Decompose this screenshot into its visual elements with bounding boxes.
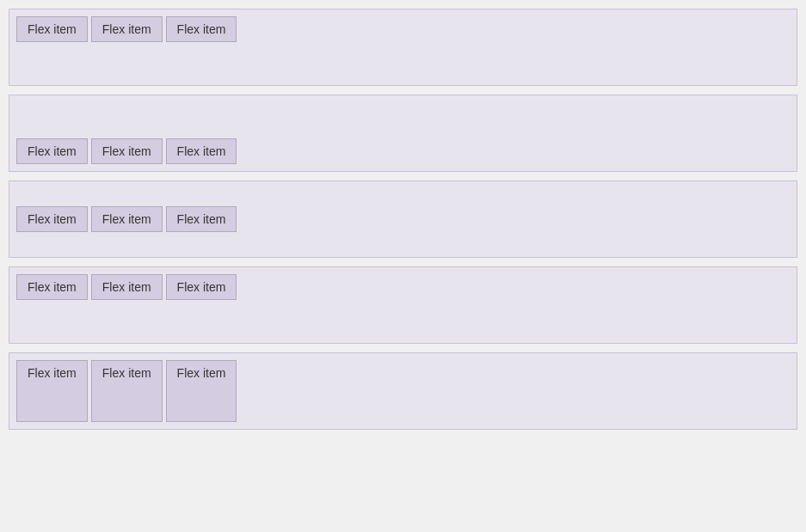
flex-demo-4: Flex item Flex item Flex item — [9, 266, 797, 344]
flex-item: Flex item — [166, 138, 237, 164]
flex-item: Flex item — [166, 206, 237, 232]
flex-item: Flex item — [91, 138, 163, 164]
flex-demo-3: Flex item Flex item Flex item — [9, 180, 797, 258]
flex-item: Flex item — [16, 16, 88, 42]
flex-item: Flex item — [91, 206, 163, 232]
flex-item: Flex item — [91, 360, 163, 422]
flex-item: Flex item — [91, 16, 163, 42]
flex-item: Flex item — [91, 274, 163, 300]
flex-item: Flex item — [16, 206, 88, 232]
flex-item: Flex item — [166, 16, 237, 42]
flex-demo-1: Flex item Flex item Flex item — [9, 9, 797, 86]
flex-item: Flex item — [16, 360, 88, 422]
flex-demo-2: Flex item Flex item Flex item — [9, 95, 797, 172]
flex-item: Flex item — [166, 274, 237, 300]
flex-item: Flex item — [16, 138, 88, 164]
flex-item: Flex item — [166, 360, 237, 422]
flex-demo-5: Flex item Flex item Flex item — [9, 352, 797, 430]
flex-item: Flex item — [16, 274, 88, 300]
